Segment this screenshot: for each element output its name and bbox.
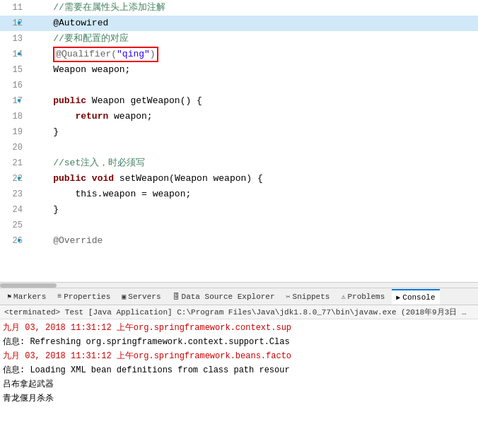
snippets-icon: ✂ — [286, 293, 291, 301]
code-row: 13 //要和配置的对应 — [0, 31, 478, 47]
markers-icon: ⚑ — [7, 293, 11, 301]
line-number: 14● — [0, 47, 28, 62]
tab-label-servers: Servers — [128, 293, 161, 301]
code-row: 23 this.weapon = weapon; — [0, 187, 478, 202]
line-number: 17● — [0, 93, 28, 109]
line-number: 11 — [0, 0, 28, 16]
line-number: 21 — [0, 155, 28, 171]
line-number: 26● — [0, 233, 28, 249]
at-qualifier: @Qualifier( — [56, 49, 117, 59]
code-row: 24 } — [0, 202, 478, 218]
code-row: 11 //需要在属性头上添加注解 — [0, 0, 478, 16]
console-area: <terminated> Test [Java Application] C:\… — [0, 305, 478, 448]
code-row: 15 Weapon weapon; — [0, 62, 478, 78]
code-row: 26● @Override — [0, 233, 478, 249]
code-editor: 11 //需要在属性头上添加注解12● @Autowired13 //要和配置的… — [0, 0, 478, 283]
console-body: 九月 03, 2018 11:31:12 上午org.springframewo… — [0, 319, 478, 407]
code-line-content: this.weapon = weapon; — [28, 187, 478, 202]
line-number: 15 — [0, 62, 28, 78]
line-number: 20 — [0, 140, 28, 155]
code-line-content: Weapon weapon; — [28, 62, 478, 78]
problems-icon: ⚠ — [341, 293, 345, 301]
code-row: 18 return weapon; — [0, 109, 478, 124]
tab-properties[interactable]: ≡Properties — [53, 289, 115, 305]
annotation-text: @Override — [31, 235, 103, 246]
console-line: 吕布拿起武器 — [3, 377, 475, 391]
code-row: 14● @Qualifier("qing") — [0, 47, 478, 62]
tab-label-console: Console — [402, 293, 435, 302]
console-line: 九月 03, 2018 11:31:12 上午org.springframewo… — [3, 321, 475, 335]
console-line: 信息: Refreshing org.springframework.conte… — [3, 335, 475, 349]
line-number: 24 — [0, 202, 28, 218]
annotation-text: @Autowired — [53, 18, 108, 28]
line-number: 25 — [0, 218, 28, 233]
bottom-tabs: ⚑Markers≡Properties▣Servers🗄Data Source … — [0, 288, 478, 305]
console-line: 九月 03, 2018 11:31:12 上午org.springframewo… — [3, 349, 475, 363]
code-line-content: //set注入，时必须写 — [28, 155, 478, 171]
line-number: 22● — [0, 171, 28, 187]
line-number: 23 — [0, 187, 28, 202]
comment-text: //要和配置的对应 — [31, 33, 129, 44]
method-line: public void setWeapon(Weapon weapon) { — [31, 173, 263, 184]
console-header: <terminated> Test [Java Application] C:\… — [0, 305, 478, 319]
code-line-content — [28, 218, 478, 233]
breakpoint-dot: ● — [17, 16, 21, 31]
code-row: 22● public void setWeapon(Weapon weapon)… — [0, 171, 478, 187]
code-line-content: public Weapon getWeapon() { — [28, 93, 478, 109]
tab-label-properties: Properties — [64, 293, 110, 301]
code-table: 11 //需要在属性头上添加注解12● @Autowired13 //要和配置的… — [0, 0, 478, 249]
tab-label-problems: Problems — [347, 293, 385, 301]
code-line-content: public void setWeapon(Weapon weapon) { — [28, 171, 478, 187]
tab-label-snippets: Snippets — [293, 293, 330, 301]
console-line: 信息: Loading XML bean definitions from cl… — [3, 363, 475, 377]
tab-console[interactable]: ▶Console — [392, 289, 439, 305]
code-line-content: @Override — [28, 233, 478, 249]
qualifier-close: ) — [150, 49, 156, 59]
code-row: 17● public Weapon getWeapon() { — [0, 93, 478, 109]
tab-label-markers: Markers — [13, 293, 46, 301]
return-line: return weapon; — [31, 111, 153, 122]
code-row: 19 } — [0, 124, 478, 140]
breakpoint-dot: ● — [17, 93, 21, 109]
code-row: 21 //set注入，时必须写 — [0, 155, 478, 171]
breakpoint-dot: ● — [17, 47, 21, 62]
line-number: 13 — [0, 31, 28, 47]
code-line-content: } — [28, 202, 478, 218]
bottom-panel: ⚑Markers≡Properties▣Servers🗄Data Source … — [0, 288, 478, 448]
comment-text: //需要在属性头上添加注解 — [31, 2, 165, 13]
comment-text: //set注入，时必须写 — [31, 158, 145, 168]
line-number: 12● — [0, 16, 28, 31]
code-line-content — [28, 78, 478, 93]
code-line-content: @Qualifier("qing") — [28, 47, 478, 62]
code-line-content: return weapon; — [28, 109, 478, 124]
code-line-content: //需要在属性头上添加注解 — [28, 0, 478, 16]
code-line-content — [28, 140, 478, 155]
qualifier-value: "qing" — [117, 49, 150, 59]
code-line-content: @Autowired — [28, 16, 478, 31]
line-number: 16 — [0, 78, 28, 93]
servers-icon: ▣ — [122, 293, 126, 301]
tab-datasource[interactable]: 🗄Data Source Explorer — [168, 289, 279, 305]
code-scrollbar[interactable] — [0, 283, 478, 288]
keyword-return: return — [75, 111, 108, 122]
tab-snippets[interactable]: ✂Snippets — [282, 289, 334, 305]
breakpoint-dot: ● — [17, 233, 21, 249]
properties-icon: ≡ — [57, 293, 62, 300]
keyword-public: public — [53, 95, 86, 106]
keyword-void: void — [92, 173, 114, 184]
console-icon: ▶ — [396, 293, 400, 302]
tab-problems[interactable]: ⚠Problems — [337, 289, 389, 305]
line-number: 19 — [0, 124, 28, 140]
tab-label-datasource: Data Source Explorer — [182, 293, 275, 301]
qualifier-annotation: @Qualifier("qing") — [53, 47, 158, 62]
code-line-content: } — [28, 124, 478, 140]
tab-servers[interactable]: ▣Servers — [117, 289, 165, 305]
scrollbar-thumb[interactable] — [0, 283, 57, 288]
breakpoint-dot: ● — [17, 171, 21, 187]
console-line: 青龙偃月杀杀 — [3, 391, 475, 406]
keyword-public: public — [53, 173, 86, 184]
code-row: 16 — [0, 78, 478, 93]
method-line: public Weapon getWeapon() { — [31, 95, 202, 106]
tab-markers[interactable]: ⚑Markers — [3, 289, 50, 305]
line-number: 18 — [0, 109, 28, 124]
